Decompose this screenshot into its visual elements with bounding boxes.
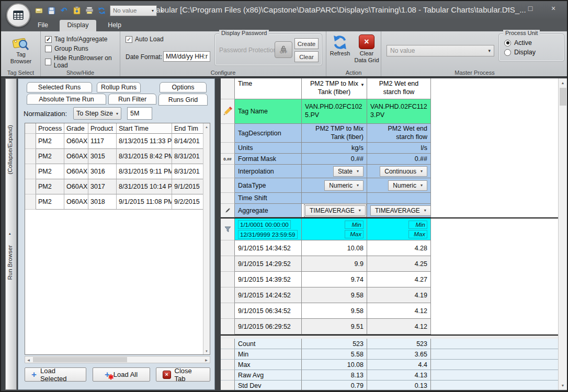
date-format-input[interactable] (163, 51, 210, 62)
grid-vscrollbar[interactable]: ▲ ▼ (558, 78, 567, 390)
table-row[interactable]: PM2 O60AX 3015 8/31/2015 8:42 PM 8/31/20… (25, 149, 210, 164)
interpolation-dropdown[interactable]: State▾ (333, 166, 363, 177)
sort-arrow-icon[interactable]: ▼ (360, 83, 365, 88)
grid-col-tag1[interactable]: PM2 TMP to Mix Tank (fiber) ▼ (302, 78, 367, 99)
radio-active[interactable]: Active (504, 39, 536, 47)
grid-data-row[interactable]: 9/1/2015 14:29:52 9.9 4.25 (221, 256, 567, 272)
runs-table-header: Process Grade Product Start Time End Tim (25, 123, 210, 134)
tab-options[interactable]: Options (160, 82, 207, 93)
col-start-time[interactable]: Start Time (117, 123, 172, 134)
interpolation-dropdown[interactable]: Continuous▾ (380, 166, 427, 177)
runs-table-vscrollbar[interactable]: ▲ ▼ (203, 123, 210, 354)
format-mask-icon[interactable]: 0.## (223, 157, 232, 162)
grid-col-time[interactable]: Time (235, 78, 302, 99)
grid-scroll-thumb[interactable] (560, 88, 566, 106)
scroll-up-icon[interactable]: ▲ (559, 78, 567, 87)
tab-run-filter[interactable]: Run Filter (108, 94, 156, 105)
scroll-down-icon[interactable]: ▼ (203, 348, 210, 354)
col-process[interactable]: Process (36, 123, 64, 134)
scroll-up-icon[interactable]: ▲ (203, 123, 210, 130)
password-create-button[interactable]: Create (294, 38, 319, 49)
filter-max-input[interactable]: Max (408, 230, 427, 238)
scroll-right-icon[interactable]: ▶ (203, 358, 210, 362)
tag-description-value[interactable]: PM2 TMP to Mix Tank (fiber) (302, 124, 367, 143)
tab-help[interactable]: Help (101, 20, 128, 31)
units-value[interactable]: l/s (367, 143, 431, 154)
checkbox-label: Tag Info/Aggregate (54, 36, 107, 43)
save-icon[interactable] (47, 6, 56, 15)
radio-display[interactable]: Display (504, 49, 536, 56)
filter-to-input[interactable]: 12/31/9999 23:59:59 (238, 230, 298, 239)
load-all-button[interactable]: +✱ Load All (93, 367, 150, 382)
runs-table-hscrollbar[interactable]: ◀ ▶ (25, 356, 210, 363)
tab-selected-runs[interactable]: Selected Runs (27, 82, 92, 93)
datatype-dropdown[interactable]: Numeric▾ (324, 180, 363, 191)
refresh-button[interactable]: Refresh (328, 34, 352, 57)
undo-icon[interactable]: ↶ (60, 6, 69, 15)
password-clear-button[interactable]: Clear (294, 51, 319, 62)
paste-icon[interactable] (72, 6, 81, 15)
tag-new-icon[interactable] (35, 6, 43, 15)
checkbox-tag-info-aggregate[interactable]: ✓ Tag Info/Aggregate (45, 36, 120, 43)
print-icon[interactable] (85, 6, 94, 15)
checkbox-group-runs[interactable]: Group Runs (45, 45, 120, 52)
tab-rollup-runs[interactable]: Rollup Runs (97, 82, 141, 93)
time-shift-value[interactable] (302, 193, 367, 204)
load-selected-button[interactable]: + Load Selected (25, 367, 86, 382)
run-browser-collapse-strip[interactable]: (Collapse/Expand) ▴ Run Browser (5, 78, 17, 390)
filter-from-input[interactable]: 1/1/0001 00:00:00 (238, 220, 291, 229)
col-grade[interactable]: Grade (64, 123, 88, 134)
filter-icon[interactable] (224, 226, 231, 232)
checkbox-hide-runbrowser[interactable]: Hide RunBrowser on Load (45, 54, 120, 69)
tag-name-value[interactable]: VAN.PHD.02FC1025.PV (302, 99, 367, 124)
clear-data-grid-button[interactable]: × Clear Data Grid (354, 34, 380, 63)
maximize-button[interactable]: □ (525, 4, 536, 13)
scroll-down-icon[interactable]: ▼ (559, 381, 567, 390)
close-button[interactable]: × (548, 4, 559, 13)
tab-display[interactable]: Display (60, 20, 96, 31)
step-size-input[interactable]: 5M (127, 107, 152, 120)
filter-max-input[interactable]: Max (345, 230, 363, 238)
time-shift-value[interactable] (367, 193, 431, 204)
close-tab-button[interactable]: × Close Tab (156, 367, 210, 382)
normalization-dropdown[interactable]: To Step Size ▾ (73, 107, 121, 120)
table-row[interactable]: PM2 O60AX 3016 8/31/2015 9:11 PM 8/31/20… (25, 164, 210, 179)
tab-runs-grid[interactable]: Runs Grid (158, 94, 208, 106)
units-value[interactable]: kg/s (302, 143, 367, 154)
format-mask-value[interactable]: 0.## (302, 154, 367, 165)
datatype-dropdown[interactable]: Numeric▾ (388, 180, 427, 191)
grid-data-row[interactable]: 9/1/2015 14:34:52 10.08 4.28 (221, 240, 567, 256)
grid-col-tag2[interactable]: PM2 Wet end starch flow (367, 78, 431, 99)
grid-data-row[interactable]: 9/1/2015 14:39:52 9.74 4.27 (221, 272, 567, 287)
filter-min-input[interactable]: Min (345, 221, 363, 229)
grid-data-row[interactable]: 9/1/2015 06:29:52 9.51 4.12 (221, 319, 567, 335)
password-off-button[interactable]: OFF (275, 41, 292, 58)
qat-dropdown[interactable]: No value ▾ (110, 5, 157, 16)
tag-description-value[interactable]: PM2 Wet end starch flow (367, 124, 431, 143)
pencil-small-icon[interactable] (224, 207, 231, 214)
app-icon[interactable] (6, 3, 30, 27)
format-mask-value[interactable]: 0.## (367, 154, 431, 165)
tab-absolute-time-run[interactable]: Absolute Time Run (27, 94, 106, 105)
aggregate-dropdown[interactable]: TIMEAVERAGE▾ (305, 205, 366, 216)
title-bar: ↶ No value ▾ ▾ tabular [C:\Program Files… (1, 1, 567, 20)
pencil-icon[interactable] (222, 106, 233, 117)
filter-min-input[interactable]: Min (408, 221, 427, 229)
refresh-small-icon[interactable] (97, 6, 106, 15)
col-product[interactable]: Product (88, 123, 117, 134)
master-process-dropdown[interactable]: No value ▾ (387, 45, 494, 56)
tag-browser-button[interactable]: Tag Browser (6, 36, 36, 64)
scroll-left-icon[interactable]: ◀ (25, 358, 32, 362)
tag-name-value[interactable]: VAN.PHD.02FC1123.PV (367, 99, 431, 124)
table-row[interactable]: PM2 O60AX 3017 8/31/2015 10:14 PM 9/1/20… (25, 179, 210, 194)
grid-data-row[interactable]: 9/1/2015 14:24:52 9.58 4.19 (221, 287, 567, 303)
hscroll-thumb[interactable] (33, 357, 127, 362)
minimize-button[interactable]: − (502, 4, 513, 13)
table-row[interactable]: PM2 O60AX 1117 8/13/2015 11:33 PM 8/14/2… (25, 134, 210, 149)
tab-file[interactable]: File (30, 20, 56, 31)
checkbox-auto-load[interactable]: ✓ Auto Load (126, 36, 164, 43)
table-row[interactable]: PM2 O60AX 3018 9/1/2015 11:08 PM 9/2/201… (25, 194, 210, 210)
aggregate-dropdown[interactable]: TIMEAVERAGE▾ (370, 205, 431, 216)
grid-data-row[interactable]: 9/1/2015 06:34:52 9.58 4.12 (221, 303, 567, 319)
minmax-filter-cell: Min Max (302, 218, 367, 240)
